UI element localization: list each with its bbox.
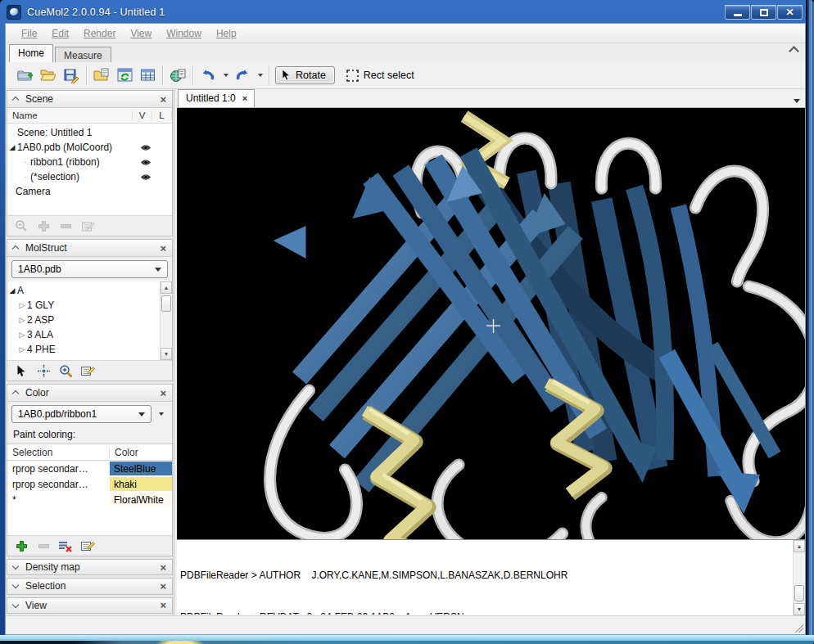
tree-item-selection[interactable]: · (*selection) <box>7 169 172 184</box>
tree-item-ribbon1[interactable]: · ribbon1 (ribbon) <box>7 155 172 169</box>
tree-item-residue[interactable]: ▷ 3 ALA <box>7 327 160 342</box>
scroll-down-icon[interactable]: ▼ <box>794 603 805 615</box>
color-swatch-cell[interactable]: FloralWhite <box>110 493 172 507</box>
tree-item-residue[interactable]: ▷ 1 GLY <box>7 298 160 313</box>
visibility-eye-icon[interactable] <box>140 173 151 181</box>
remove-color-icon[interactable] <box>36 538 51 553</box>
menu-help[interactable]: Help <box>209 24 244 43</box>
scene-panel-header[interactable]: Scene × <box>7 91 172 108</box>
scroll-down-icon[interactable]: ▼ <box>161 348 172 360</box>
expander-expanded-icon[interactable]: ◢ <box>7 140 17 155</box>
add-color-icon[interactable] <box>14 538 29 553</box>
close-button[interactable]: ✕ <box>777 5 803 20</box>
view-panel-close-icon[interactable]: × <box>160 600 166 610</box>
new-scene-icon[interactable] <box>16 66 34 84</box>
menu-view[interactable]: View <box>123 24 159 43</box>
table-row[interactable]: rprop secondar… SteelBlue <box>7 461 172 476</box>
log-scrollbar[interactable]: ▲ ▼ <box>793 540 805 615</box>
view-tab-untitled[interactable]: Untitled 1:0 × <box>178 89 255 107</box>
title-bar[interactable]: CueMol2 2.0.0.94 - Untitled 1 ✕ <box>7 2 803 22</box>
expander-collapsed-icon[interactable]: ▷ <box>17 342 27 357</box>
save-scene-icon[interactable] <box>62 66 80 84</box>
rect-select-button[interactable]: Rect select <box>340 67 421 84</box>
clear-all-icon[interactable] <box>58 538 73 553</box>
expand-panel-icon[interactable] <box>13 583 20 588</box>
redo-icon[interactable] <box>233 66 251 84</box>
molstruct-target-select[interactable]: 1AB0.pdb <box>11 260 168 278</box>
color-target-select[interactable]: 1AB0.pdb/ribbon1 <box>11 405 151 423</box>
maximize-button[interactable] <box>751 5 776 20</box>
visibility-eye-icon[interactable] <box>140 144 151 151</box>
rotate-button[interactable]: Rotate <box>275 66 335 84</box>
properties-icon[interactable] <box>80 363 95 378</box>
expander-collapsed-icon[interactable]: ▷ <box>17 327 27 342</box>
main-toolbar: Rotate Rect select <box>6 62 805 89</box>
color-swatch-cell[interactable]: SteelBlue <box>110 462 172 475</box>
tree-item-scene[interactable]: Scene: Untitled 1 <box>7 125 172 140</box>
color-swatch-cell[interactable]: khaki <box>110 477 172 491</box>
table-row[interactable]: rprop secondar… khaki <box>7 476 172 492</box>
molstruct-scrollbar[interactable]: ▲ ▼ <box>160 281 172 360</box>
fetch-pdb-icon[interactable] <box>169 66 187 84</box>
molecular-viewport[interactable] <box>177 108 805 539</box>
selection-panel-close-icon[interactable]: × <box>160 581 166 592</box>
scrollbar-thumb[interactable] <box>161 295 171 312</box>
scrollbar-thumb[interactable] <box>794 585 804 601</box>
menu-edit[interactable]: Edit <box>44 24 76 43</box>
tree-item-residue[interactable]: ▷ 4 PHE <box>7 342 160 357</box>
tab-measure[interactable]: Measure <box>55 47 111 62</box>
menu-window[interactable]: Window <box>159 24 209 43</box>
expand-panel-icon[interactable] <box>13 565 20 570</box>
tab-home[interactable]: Home <box>9 44 53 62</box>
tree-item-chain-a[interactable]: ◢ A <box>7 283 160 298</box>
color-panel-header[interactable]: Color × <box>7 385 172 402</box>
properties-icon[interactable] <box>80 538 95 553</box>
resize-grip[interactable] <box>793 622 803 633</box>
select-cursor-icon[interactable] <box>14 363 29 378</box>
log-panel[interactable]: PDBFileReader > AUTHOR J.ORY,C.KANE,M.SI… <box>177 539 805 615</box>
properties-icon[interactable] <box>80 218 95 233</box>
redo-dropdown-icon[interactable] <box>258 74 263 77</box>
menu-render[interactable]: Render <box>76 24 123 43</box>
density-map-panel-close-icon[interactable]: × <box>160 562 166 573</box>
visibility-eye-icon[interactable] <box>140 159 151 166</box>
color-options-dropdown[interactable] <box>155 405 168 423</box>
view-panel-header[interactable]: View × <box>7 597 173 614</box>
menu-bar: File Edit Render View Window Help <box>6 24 805 43</box>
table-row[interactable]: * FloralWhite <box>7 492 172 507</box>
selection-panel-header[interactable]: Selection × <box>7 578 173 594</box>
view-tab-list-icon[interactable] <box>794 99 800 103</box>
expander-collapsed-icon[interactable]: ▷ <box>17 313 27 327</box>
expander-expanded-icon[interactable]: ◢ <box>7 283 17 298</box>
collapse-panel-icon[interactable] <box>13 390 20 395</box>
add-icon[interactable] <box>36 218 51 233</box>
zoom-select-icon[interactable] <box>58 363 73 378</box>
reload-view-icon[interactable] <box>115 66 133 84</box>
center-view-icon[interactable] <box>36 363 51 378</box>
view-tab-close-icon[interactable]: × <box>242 93 247 103</box>
minimize-button[interactable] <box>725 5 750 20</box>
tree-item-molcoord[interactable]: ◢ 1AB0.pdb (MolCoord) <box>7 140 172 155</box>
tree-item-residue[interactable]: ▷ 2 ASP <box>7 313 160 327</box>
collapse-panel-icon[interactable] <box>13 245 20 250</box>
density-map-panel-header[interactable]: Density map × <box>7 559 173 575</box>
menu-file[interactable]: File <box>14 24 44 43</box>
collapse-panel-icon[interactable] <box>13 97 20 101</box>
undo-icon[interactable] <box>199 66 217 84</box>
molstruct-panel-close-icon[interactable]: × <box>160 243 166 254</box>
scene-panel-close-icon[interactable]: × <box>160 94 166 105</box>
open-file-icon[interactable] <box>39 66 57 84</box>
remove-icon[interactable] <box>58 218 73 233</box>
table-view-icon[interactable] <box>138 66 156 84</box>
expand-panel-icon[interactable] <box>13 603 20 608</box>
scroll-up-icon[interactable]: ▲ <box>161 281 172 294</box>
scroll-up-icon[interactable]: ▲ <box>794 540 805 552</box>
ribbon-collapse-icon[interactable] <box>789 47 798 53</box>
undo-dropdown-icon[interactable] <box>224 74 228 77</box>
expander-collapsed-icon[interactable]: ▷ <box>17 298 27 313</box>
molstruct-panel-header[interactable]: MolStruct × <box>7 240 172 257</box>
tree-item-camera[interactable]: Camera <box>7 184 172 199</box>
zoom-out-icon[interactable] <box>14 218 29 233</box>
open-into-scene-icon[interactable] <box>93 66 111 84</box>
color-panel-close-icon[interactable]: × <box>160 388 166 399</box>
